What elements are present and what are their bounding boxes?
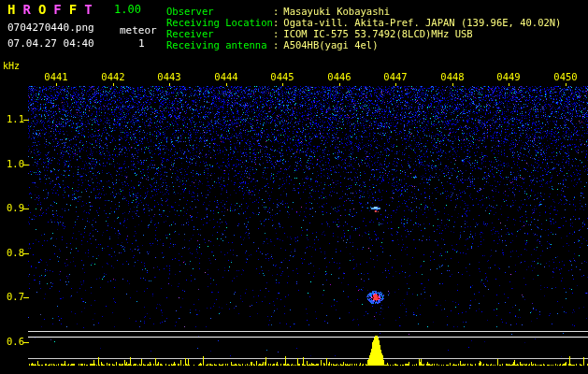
x-axis-tick-label: 0447 <box>379 72 412 83</box>
meteor-count: 1 <box>138 38 145 50</box>
app-version: 1.00 <box>114 4 141 16</box>
hrofft-output-window: HROFFT 1.00 0704270440.png meteor 07.04.… <box>0 0 588 374</box>
info-row-antenna: Receiving antenna:A504HB(yagi 4el) <box>166 40 378 51</box>
mode-label: meteor <box>120 25 157 36</box>
x-axis-tick-label: 0448 <box>436 72 469 83</box>
info-value: Ogata-vill. Akita-Pref. JAPAN (139.96E, … <box>283 17 561 28</box>
x-axis-tick-label: 0445 <box>265 72 299 83</box>
info-row-receiver: Receiver:ICOM IC-575 53.7492(8LCD)MHz US… <box>166 29 473 40</box>
info-separator: : <box>273 39 279 50</box>
y-axis-tick-label: 0.6 <box>0 337 24 348</box>
x-axis-tick-label: 0446 <box>323 72 356 83</box>
info-label: Observer <box>166 7 273 18</box>
y-axis-tick-label: 0.7 <box>0 292 24 303</box>
info-separator: : <box>273 28 279 39</box>
x-axis-tick-label: 0444 <box>209 72 243 83</box>
info-label: Receiving antenna <box>166 40 273 51</box>
info-row-observer: Observer:Masayuki Kobayashi <box>166 7 390 18</box>
y-axis-unit-label: kHz <box>3 61 20 71</box>
logo-letter: F <box>69 2 84 17</box>
spectrogram-canvas <box>0 0 588 374</box>
x-axis-tick-label: 0450 <box>549 72 582 83</box>
datetime-label: 07.04.27 04:40 <box>7 38 94 50</box>
logo-letter: O <box>38 2 53 17</box>
info-label: Receiver <box>166 29 273 40</box>
info-value: Masayuki Kobayashi <box>283 6 390 17</box>
y-axis-tick-label: 0.9 <box>0 203 24 214</box>
x-axis-tick-label: 0443 <box>152 72 186 83</box>
info-value: A504HB(yagi 4el) <box>283 39 378 50</box>
info-row-location: Receiving Location:Ogata-vill. Akita-Pre… <box>166 18 561 29</box>
y-axis-tick-label: 0.8 <box>0 248 24 259</box>
output-filename: 0704270440.png <box>7 22 94 34</box>
y-axis-tick-label: 1.1 <box>0 114 24 125</box>
logo-letter: R <box>22 2 37 17</box>
info-separator: : <box>273 6 279 17</box>
x-axis-tick-label: 0442 <box>96 72 130 83</box>
x-axis-tick-label: 0441 <box>39 72 73 83</box>
logo-letter: T <box>84 2 99 17</box>
logo-letter: H <box>7 2 22 17</box>
info-value: ICOM IC-575 53.7492(8LCD)MHz USB <box>283 28 472 39</box>
y-axis-tick-label: 1.0 <box>0 159 24 170</box>
info-separator: : <box>273 17 279 28</box>
x-axis-tick-label: 0449 <box>492 72 525 83</box>
info-label: Receiving Location <box>166 18 273 29</box>
app-logo: HROFFT <box>7 3 100 17</box>
logo-letter: F <box>53 2 68 17</box>
